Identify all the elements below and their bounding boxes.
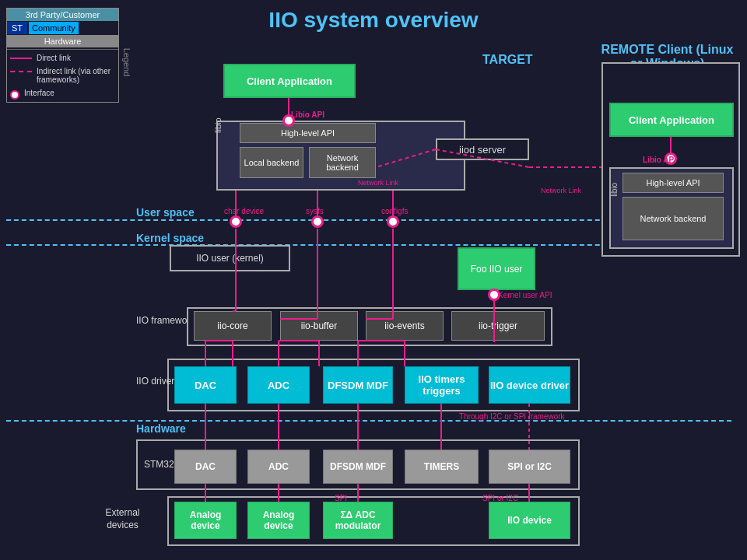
- configfs-label: configfs: [381, 207, 408, 215]
- iiod-server: iiod server: [436, 138, 529, 160]
- hardware-space-label: Hardware: [136, 422, 186, 435]
- ext-analog1: Analog device: [174, 502, 237, 539]
- spi-i2c-label: SPI or I2C: [482, 494, 518, 502]
- libio-api-label-2: Libio API: [643, 156, 676, 164]
- legend-direct-link: Direct link: [7, 51, 118, 65]
- kernel-user-api-circle: [488, 289, 500, 301]
- remote-high-level-api: High-level API: [622, 173, 724, 193]
- char-device-label: char device: [224, 207, 264, 215]
- user-space-label: User space: [136, 206, 195, 219]
- client-app-target: Client Application: [223, 64, 356, 98]
- hw-adc: ADC: [247, 450, 310, 484]
- iio-core: iio-core: [194, 311, 272, 341]
- remote-network-backend: Network backend: [622, 197, 724, 240]
- sysfs-label: sysfs: [306, 207, 324, 215]
- driver-iio-device: IIO device driver: [489, 366, 570, 404]
- char-device-circle: [230, 215, 242, 228]
- iio-user-kernel: IIO user (kernel): [170, 245, 290, 271]
- direct-link-icon: [10, 58, 32, 59]
- driver-dac: DAC: [174, 366, 237, 404]
- libio-label-target: libio: [213, 117, 223, 133]
- driver-iio-timers: IIO timers triggers: [405, 366, 479, 404]
- indirect-link-icon: [10, 71, 32, 72]
- network-link-label-2: Network Link: [541, 187, 581, 194]
- spi-label: SPI: [335, 494, 347, 502]
- legend-indirect-link: Indirect link (via other frameworks): [7, 65, 118, 86]
- iio-buffer: iio-buffer: [280, 311, 358, 341]
- network-backend: Network backend: [309, 147, 376, 178]
- driver-adc: ADC: [247, 366, 310, 404]
- stm32-label: STM32: [144, 459, 174, 470]
- iio-events: iio-events: [366, 311, 444, 341]
- hw-timers: TIMERS: [405, 450, 479, 484]
- ext-devices-label: External devices: [101, 507, 144, 531]
- iio-drivers-label: IIO drivers: [136, 376, 179, 387]
- legend-box: 3rd Party/Customer ST Community Hardware…: [6, 8, 119, 103]
- kernel-space-label: Kernel space: [136, 232, 204, 244]
- target-label: TARGET: [482, 53, 533, 67]
- legend-label: Legend: [119, 8, 135, 117]
- ext-iio-device: IIO device: [489, 502, 570, 539]
- page-title: IIO system overview: [268, 8, 478, 33]
- high-level-api: High-level API: [240, 123, 376, 143]
- legend-hardware: Hardware: [7, 35, 118, 47]
- legend-3rd-party: 3rd Party/Customer: [7, 9, 118, 21]
- configfs-circle: [387, 215, 399, 228]
- driver-dfsdm: DFSDM MDF: [323, 366, 393, 404]
- kernel-user-api-label: Kernel user API: [498, 291, 552, 299]
- ext-analog2: Analog device: [247, 502, 310, 539]
- foo-iio-user: Foo IIO user: [458, 247, 535, 290]
- local-backend: Local backend: [240, 147, 303, 178]
- hw-dac: DAC: [174, 450, 237, 484]
- hw-dfsdm: DFSDM MDF: [323, 450, 393, 484]
- remote-libio-label: libio: [610, 183, 619, 197]
- legend-st: ST: [7, 22, 27, 34]
- legend-interface: Interface: [7, 86, 118, 102]
- through-label: Through I2C or SPI framework: [459, 412, 565, 421]
- hardware-divider: [6, 420, 731, 422]
- legend-community: Community: [29, 22, 79, 34]
- hw-spi: SPI or I2C: [489, 450, 570, 484]
- remote-client-app: Client Application: [609, 103, 734, 137]
- interface-icon: [10, 90, 19, 100]
- iio-trigger: iio-trigger: [451, 311, 545, 341]
- libio-api-label-1: Libio API: [291, 110, 324, 119]
- network-link-label-1: Network Link: [358, 179, 398, 187]
- ext-sigma-delta: ΣΔ ADC modulator: [323, 502, 393, 539]
- sysfs-circle: [311, 215, 324, 228]
